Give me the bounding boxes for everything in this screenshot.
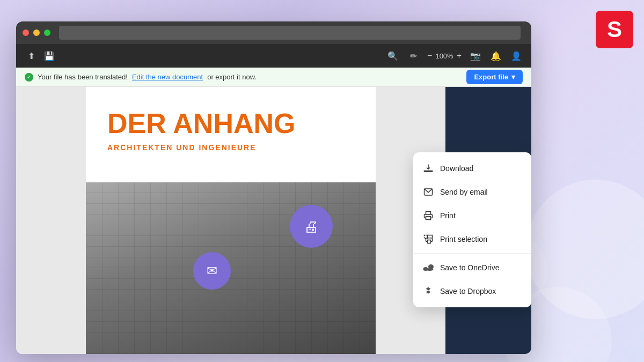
svg-rect-1 [426,217,431,220]
dropdown-item-print-selection[interactable]: Print selection [413,227,531,251]
zoom-level-display: 100% [435,52,453,60]
export-file-label: Export file [474,73,508,81]
browser-close-dot[interactable] [23,29,29,36]
brand-logo: S [596,11,633,48]
dropdown-print-selection-label: Print selection [440,235,487,243]
building-image [86,182,376,354]
screenshot-icon[interactable]: 📷 [469,49,482,62]
notification-bar: ✓ Your file has been translated! Edit th… [16,68,531,87]
svg-rect-3 [428,240,431,243]
email-icon: ✉ [207,263,217,278]
dropdown-item-dropbox[interactable]: Save to Dropbox [413,279,531,303]
dropdown-dropbox-label: Save to Dropbox [440,287,496,295]
notification-text: Your file has been translated! [38,73,128,81]
toolbar-left-section: ⬆ 💾 [25,49,56,62]
export-dropdown-menu: Download Send by email [413,152,531,307]
onedrive-icon [423,262,434,273]
document-subheading: ARCHITEKTEN UND INGENIEURE [107,143,354,152]
dropdown-print-label: Print [440,211,456,220]
zoom-in-button[interactable]: + [457,51,462,60]
print-circle-icon: 🖨 [290,205,333,248]
edit-icon[interactable]: ✏ [407,49,420,62]
browser-minimize-dot[interactable] [33,29,40,36]
browser-chrome-bar [16,21,531,44]
save-icon[interactable]: 💾 [43,49,56,62]
print-menu-icon [423,210,434,221]
document-page: DER ANHANG ARCHITEKTEN UND INGENIEURE 🖨 … [86,87,376,354]
browser-address-bar[interactable] [59,26,521,40]
brand-logo-letter: S [607,17,622,42]
dropdown-item-send-email[interactable]: Send by email [413,180,531,204]
svg-point-6 [428,264,434,269]
zoom-controls: − 100% + [427,51,462,60]
browser-maximize-dot[interactable] [44,29,50,36]
notifications-icon[interactable]: 🔔 [489,49,502,62]
document-heading: DER ANHANG [107,108,354,139]
user-avatar-icon[interactable]: 👤 [510,49,523,62]
email-circle-icon: ✉ [193,252,231,290]
app-toolbar: ⬆ 💾 🔍 ✏ − 100% + 📷 🔔 👤 [16,44,531,68]
download-icon [423,163,434,174]
toolbar-right-section: 🔍 ✏ − 100% + 📷 🔔 👤 [386,49,523,62]
print-selection-icon [423,234,434,245]
zoom-out-button[interactable]: − [427,51,432,60]
notification-success-icon: ✓ [25,73,33,82]
notification-suffix: or export it now. [207,73,257,81]
document-area: DER ANHANG ARCHITEKTEN UND INGENIEURE 🖨 … [16,87,531,354]
building-pattern [86,182,376,354]
send-email-icon [423,187,434,197]
export-file-chevron: ▾ [511,73,515,81]
dropdown-item-onedrive[interactable]: Save to OneDrive [413,256,531,279]
dropbox-icon [423,286,434,297]
upload-icon[interactable]: ⬆ [25,49,38,62]
dropdown-divider [413,253,531,254]
print-icon: 🖨 [304,218,319,235]
dropdown-item-print[interactable]: Print [413,204,531,227]
search-icon[interactable]: 🔍 [386,49,399,62]
export-file-button[interactable]: Export file ▾ [466,70,523,84]
dropdown-item-download[interactable]: Download [413,157,531,180]
dropdown-onedrive-label: Save to OneDrive [440,263,500,272]
browser-window: ⬆ 💾 🔍 ✏ − 100% + 📷 🔔 👤 ✓ Your file has b… [16,21,531,354]
dropdown-download-label: Download [440,164,473,173]
notification-message: ✓ Your file has been translated! Edit th… [25,73,257,82]
document-content: DER ANHANG ARCHITEKTEN UND INGENIEURE [86,87,376,179]
dropdown-send-email-label: Send by email [440,188,488,196]
notification-edit-link[interactable]: Edit the new document [132,73,203,81]
